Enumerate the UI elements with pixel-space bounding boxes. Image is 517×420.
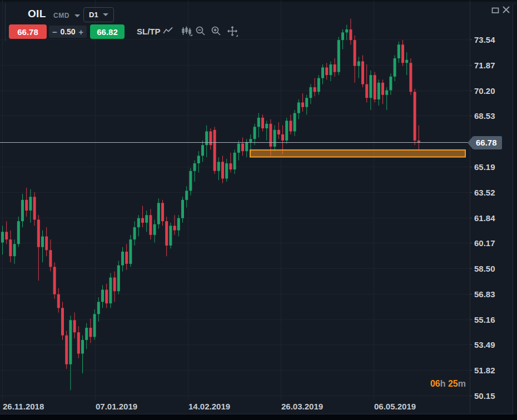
candle-body <box>125 252 128 264</box>
candle-body <box>81 340 84 354</box>
candle-body <box>101 289 104 302</box>
candle-body <box>117 266 120 292</box>
candle-body <box>161 203 164 221</box>
x-axis-label: 26.03.2019 <box>281 402 323 411</box>
sltp-toggle[interactable]: SL/TP <box>137 27 161 36</box>
candle-body <box>141 218 144 223</box>
candle-body <box>261 118 264 128</box>
candle-body <box>77 332 80 353</box>
zoom-out-icon[interactable] <box>195 25 207 37</box>
window-right-margin <box>513 4 517 414</box>
chart-canvas[interactable]: 73.5471.8770.2068.5365.1963.5261.8460.17… <box>0 0 517 414</box>
stepper-plus-button[interactable]: + <box>78 28 83 36</box>
x-axis-label: 26.11.2018 <box>3 402 44 411</box>
y-axis-label: 71.87 <box>474 61 495 70</box>
stepper-minus-button[interactable]: − <box>52 28 57 36</box>
market-type-dropdown[interactable]: CMD <box>53 12 69 19</box>
candle-body <box>33 197 36 219</box>
candle-body <box>301 102 304 107</box>
candle-body <box>69 320 72 364</box>
maximize-button[interactable] <box>491 6 499 16</box>
current-price-tag: 66.78 <box>473 136 502 149</box>
candle-body <box>25 200 28 211</box>
candle-body <box>53 267 56 294</box>
candle-body <box>157 203 160 224</box>
y-axis-label: 55.16 <box>474 315 495 324</box>
countdown-minutes: 25 <box>448 379 458 388</box>
candle-body <box>409 63 412 92</box>
candle-body <box>274 130 276 147</box>
candle-body <box>257 118 260 127</box>
y-axis-label: 61.84 <box>474 213 495 223</box>
candle-body <box>17 221 20 244</box>
candle-body <box>417 141 420 142</box>
countdown-hours-unit: h <box>440 379 446 388</box>
candle-body <box>113 278 116 292</box>
timeframe-dropdown[interactable]: D1 <box>83 7 114 22</box>
candle-body <box>189 171 192 191</box>
candle-body <box>61 308 64 335</box>
candle-body <box>233 153 236 169</box>
candle-body <box>37 219 40 247</box>
move-chart-icon[interactable] <box>226 25 238 37</box>
y-axis-label: 58.50 <box>474 264 495 273</box>
candle-body <box>361 61 364 84</box>
candle-body <box>401 44 404 63</box>
x-axis-label: 07.01.2019 <box>96 402 137 411</box>
candle-body <box>377 83 380 99</box>
close-button[interactable] <box>502 6 510 16</box>
candle-body <box>205 131 208 145</box>
x-axis-label: 06.05.2019 <box>374 402 416 411</box>
candle-body <box>13 244 16 256</box>
candle-body <box>121 252 124 266</box>
candle-body <box>289 121 292 131</box>
candle-body <box>354 40 356 66</box>
candle-body <box>349 29 352 40</box>
candle-body <box>245 142 248 151</box>
candle-body <box>357 61 360 66</box>
y-axis-label: 53.49 <box>474 340 495 349</box>
y-axis-label: 56.83 <box>474 289 495 299</box>
y-axis-label: 73.54 <box>474 35 495 44</box>
window-bottom-edge <box>0 414 517 420</box>
candle-body <box>317 78 320 92</box>
candle-body <box>321 67 324 78</box>
candle-body <box>29 197 32 211</box>
countdown-hours: 06 <box>430 379 440 388</box>
zoom-in-icon[interactable] <box>210 25 222 37</box>
candle-body <box>374 75 376 99</box>
buy-button[interactable]: 66.82 <box>90 24 125 39</box>
candle-body <box>345 29 348 32</box>
candle-body <box>145 215 148 223</box>
countdown-minutes-unit: m <box>458 379 466 388</box>
candle-body <box>385 91 388 95</box>
candle-body <box>137 218 140 227</box>
panel-divider <box>5 3 6 41</box>
chevron-down-icon[interactable] <box>74 14 80 17</box>
candle-body <box>21 200 24 221</box>
candle-body <box>45 237 48 251</box>
candle-body <box>281 134 284 141</box>
candle-body <box>329 64 332 75</box>
line-chart-icon[interactable] <box>162 25 174 37</box>
session-countdown: 06h 25m <box>430 379 466 389</box>
candle-body <box>193 163 196 171</box>
candle-body <box>177 218 180 231</box>
candle-body <box>185 191 188 199</box>
y-axis-label: 68.53 <box>474 111 495 121</box>
candle-body <box>85 328 88 340</box>
volume-stepper[interactable]: − 0.50 + <box>49 26 87 38</box>
sell-button[interactable]: 66.78 <box>9 24 47 39</box>
y-axis-label: 50.15 <box>474 391 495 401</box>
candle-body <box>369 75 372 98</box>
y-axis-label: 70.20 <box>474 86 495 96</box>
candle-body <box>197 156 200 163</box>
support-zone[interactable] <box>250 150 465 157</box>
candle-body <box>365 84 368 98</box>
candle-body <box>405 60 408 63</box>
candlestick-style-icon[interactable] <box>181 25 193 37</box>
candle-body <box>309 87 312 98</box>
candle-body <box>201 145 204 156</box>
candle-body <box>93 314 96 337</box>
stepper-value[interactable]: 0.50 <box>60 27 75 36</box>
